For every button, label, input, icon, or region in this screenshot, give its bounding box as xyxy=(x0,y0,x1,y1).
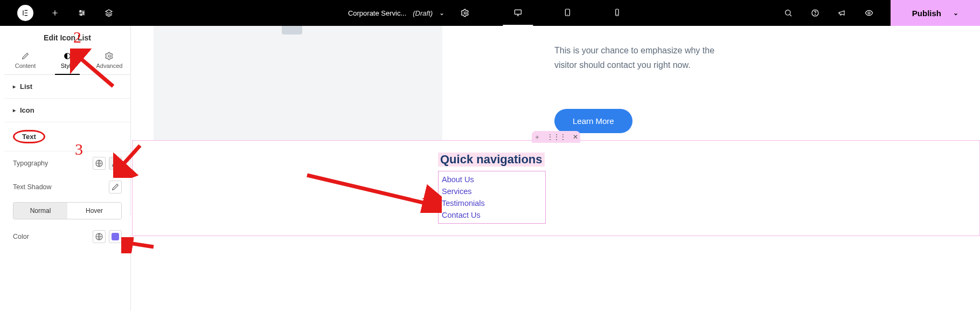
drag-handle-icon[interactable]: ⋮⋮⋮ xyxy=(547,133,566,141)
nav-item[interactable]: Testimonials xyxy=(442,197,542,209)
section-list[interactable]: ▸ List xyxy=(4,75,130,99)
topbar: Corporate Servic... (Draft) ⌄ xyxy=(0,0,980,26)
chevron-down-icon[interactable]: ⌄ xyxy=(439,9,444,17)
tab-style[interactable]: Style xyxy=(46,47,88,74)
widget-handle[interactable] xyxy=(282,26,302,34)
nav-item[interactable]: Services xyxy=(442,185,542,197)
close-icon[interactable]: ✕ xyxy=(573,133,578,141)
nav-item[interactable]: Contact Us xyxy=(442,209,542,221)
page-settings-icon[interactable] xyxy=(460,8,470,18)
preview-icon[interactable] xyxy=(864,8,874,18)
state-hover-label: Hover xyxy=(86,207,103,215)
topbar-right-tools: Publish ⌄ xyxy=(783,0,980,26)
help-icon[interactable] xyxy=(810,8,821,18)
search-icon[interactable] xyxy=(783,8,794,18)
editor-left-panel: Edit Icon List Content Style Advanced ▸ … xyxy=(4,26,131,311)
caret-right-icon: ▸ xyxy=(13,107,16,113)
section-icon-label: Icon xyxy=(20,106,34,114)
desktop-icon[interactable] xyxy=(503,0,533,26)
svg-point-3 xyxy=(464,12,466,14)
svg-point-9 xyxy=(815,15,815,15)
image-placeholder[interactable] xyxy=(154,26,442,140)
edit-pencil-icon[interactable] xyxy=(109,157,122,170)
annotation-3: 3 xyxy=(75,140,83,158)
chevron-down-icon[interactable]: ⌄ xyxy=(953,9,958,17)
publish-label: Publish xyxy=(912,9,941,18)
annotation-2: 2 xyxy=(73,28,81,46)
doc-title[interactable]: Corporate Servic... xyxy=(348,9,406,17)
state-segmented: Normal Hover xyxy=(13,202,122,219)
edit-pencil-icon[interactable] xyxy=(109,181,122,193)
text-shadow-label: Text Shadow xyxy=(13,183,52,191)
canvas: This is your chance to emphasize why the… xyxy=(131,26,980,311)
color-label: Color xyxy=(13,233,29,240)
section-text-label: Text xyxy=(13,130,45,143)
tab-style-label: Style xyxy=(61,63,74,69)
annotation-1: 1 xyxy=(420,193,428,211)
draft-label: (Draft) xyxy=(413,9,433,17)
svg-point-10 xyxy=(868,12,870,14)
svg-rect-4 xyxy=(515,10,521,14)
color-row: Color xyxy=(4,225,130,248)
state-normal[interactable]: Normal xyxy=(13,203,67,219)
settings-sliders-icon[interactable] xyxy=(77,8,87,18)
topbar-left-tools xyxy=(50,8,114,18)
state-hover[interactable]: Hover xyxy=(67,203,121,219)
section-outline[interactable]: ＋ ⋮⋮⋮ ✕ Quick navigations About Us Servi… xyxy=(132,140,980,236)
tablet-icon[interactable] xyxy=(552,0,582,26)
svg-point-12 xyxy=(108,55,110,57)
layers-icon[interactable] xyxy=(103,8,114,18)
topbar-center: Corporate Servic... (Draft) ⌄ xyxy=(348,0,632,26)
learn-more-button[interactable]: Learn More xyxy=(554,109,633,133)
panel-title: Edit Icon List xyxy=(4,26,130,47)
svg-point-7 xyxy=(785,10,790,15)
plus-icon[interactable]: ＋ xyxy=(534,133,540,142)
section-list-label: List xyxy=(20,82,32,91)
section-icon[interactable]: ▸ Icon xyxy=(4,99,130,122)
quick-nav-heading[interactable]: Quick navigations xyxy=(438,153,545,167)
publish-button[interactable]: Publish ⌄ xyxy=(891,0,980,26)
caret-right-icon: ▸ xyxy=(13,84,16,89)
mobile-icon[interactable] xyxy=(602,0,632,26)
typography-label: Typography xyxy=(13,160,48,167)
tab-content[interactable]: Content xyxy=(4,47,46,74)
elementor-logo[interactable] xyxy=(17,5,33,21)
color-swatch[interactable] xyxy=(109,230,122,243)
announcement-icon[interactable] xyxy=(837,8,847,18)
add-icon[interactable] xyxy=(50,8,60,18)
typography-row: Typography xyxy=(4,151,130,175)
globe-icon[interactable] xyxy=(93,157,106,170)
panel-tabs: Content Style Advanced xyxy=(4,47,130,75)
responsive-switcher xyxy=(503,0,632,26)
hero-copy: This is your chance to emphasize why the… xyxy=(554,43,732,72)
tab-advanced-label: Advanced xyxy=(96,63,123,69)
state-normal-label: Normal xyxy=(30,207,51,215)
tab-content-label: Content xyxy=(15,63,36,69)
text-shadow-row: Text Shadow xyxy=(4,175,130,199)
nav-item[interactable]: About Us xyxy=(442,174,542,185)
learn-more-label: Learn More xyxy=(573,116,614,126)
globe-icon[interactable] xyxy=(93,230,106,243)
section-text[interactable]: Text xyxy=(4,122,130,151)
icon-list-widget[interactable]: About Us Services Testimonials Contact U… xyxy=(438,171,546,224)
tab-advanced[interactable]: Advanced xyxy=(88,47,130,74)
section-handle[interactable]: ＋ ⋮⋮⋮ ✕ xyxy=(532,131,580,143)
